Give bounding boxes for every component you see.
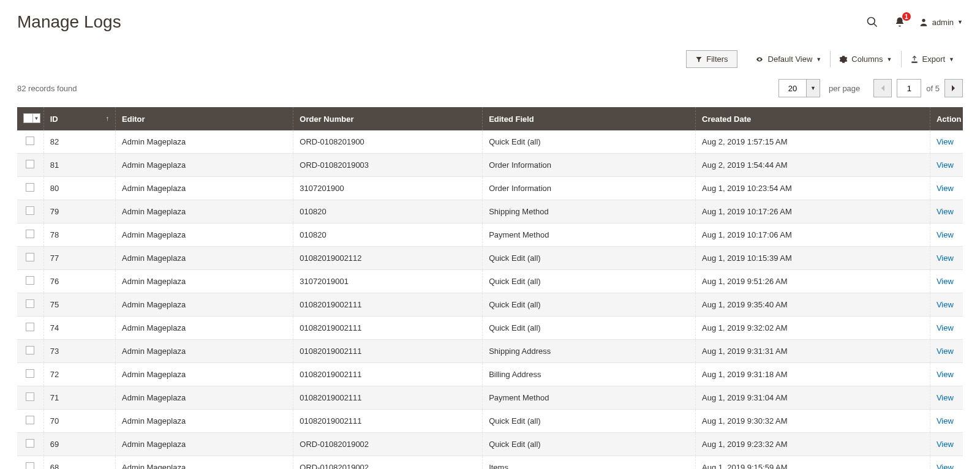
export-label: Export [922,54,946,64]
funnel-icon [695,56,703,63]
columns-menu[interactable]: Columns ▼ [830,51,900,67]
svg-rect-3 [911,61,917,62]
cell-editor: Admin Mageplaza [116,456,293,470]
columns-label: Columns [851,54,883,64]
user-icon [919,17,929,27]
cell-order: 3107201900 [293,177,483,200]
svg-point-2 [922,19,925,22]
col-header-field[interactable]: Edited Field [483,107,696,130]
cell-date: Aug 2, 2019 1:57:15 AM [696,130,930,154]
table-row: 79Admin Mageplaza010820Shipping MethodAu… [17,200,963,223]
view-link[interactable]: View [937,184,954,193]
cell-field: Quick Edit (all) [483,317,696,340]
cell-order: ORD-01082019002 [293,433,483,456]
row-checkbox[interactable] [26,276,34,285]
notifications-icon[interactable]: 1 [892,14,908,30]
cell-date: Aug 1, 2019 9:31:18 AM [696,363,930,386]
view-link[interactable]: View [937,440,954,449]
view-link[interactable]: View [937,160,954,170]
cell-order: 01082019002111 [293,363,483,386]
chevron-right-icon [951,84,956,92]
cell-date: Aug 1, 2019 9:31:31 AM [696,340,930,363]
col-header-order[interactable]: Order Number [293,107,483,130]
cell-id: 82 [43,130,115,154]
chevron-left-icon [880,84,885,92]
cell-date: Aug 2, 2019 1:54:44 AM [696,154,930,177]
filters-button[interactable]: Filters [686,50,737,68]
export-menu[interactable]: Export ▼ [901,51,963,67]
row-checkbox[interactable] [26,160,34,168]
row-checkbox[interactable] [26,206,34,215]
records-found: 82 records found [17,84,77,93]
cell-id: 68 [43,456,115,470]
per-page-select[interactable]: ▼ [778,79,820,97]
cell-field: Quick Edit (all) [483,433,696,456]
row-checkbox[interactable] [26,183,34,192]
view-link[interactable]: View [937,416,954,426]
current-page-input[interactable] [897,79,921,97]
cell-date: Aug 1, 2019 10:23:54 AM [696,177,930,200]
row-checkbox[interactable] [26,230,34,238]
default-view-menu[interactable]: Default View ▼ [746,51,831,67]
view-link[interactable]: View [937,300,954,309]
col-header-editor[interactable]: Editor [116,107,293,130]
view-link[interactable]: View [937,253,954,263]
col-header-id[interactable]: ID ↑ [43,107,115,130]
cell-id: 69 [43,433,115,456]
row-checkbox[interactable] [26,137,34,145]
per-page-input[interactable] [779,80,806,97]
cell-order: 01082019002111 [293,293,483,317]
view-link[interactable]: View [937,277,954,286]
eye-icon [755,56,764,63]
table-row: 80Admin Mageplaza3107201900Order Informa… [17,177,963,200]
cell-editor: Admin Mageplaza [116,223,293,247]
view-link[interactable]: View [937,463,954,469]
svg-line-1 [873,24,876,27]
per-page-dropdown[interactable]: ▼ [806,80,820,97]
filters-label: Filters [706,54,728,64]
cell-editor: Admin Mageplaza [116,317,293,340]
select-all-checkbox[interactable]: ▼ [23,113,40,123]
view-link[interactable]: View [937,137,954,146]
row-checkbox[interactable] [26,299,34,308]
row-checkbox[interactable] [26,392,34,401]
row-checkbox[interactable] [26,323,34,331]
row-checkbox[interactable] [26,369,34,378]
cell-editor: Admin Mageplaza [116,130,293,154]
cell-date: Aug 1, 2019 9:32:02 AM [696,317,930,340]
col-header-select[interactable]: ▼ [17,107,43,130]
view-link[interactable]: View [937,323,954,332]
cell-id: 71 [43,386,115,410]
col-header-date[interactable]: Created Date [696,107,930,130]
cell-field: Quick Edit (all) [483,270,696,293]
table-row: 73Admin Mageplaza01082019002111Shipping … [17,340,963,363]
view-link[interactable]: View [937,393,954,402]
row-checkbox[interactable] [26,416,34,424]
row-checkbox[interactable] [26,253,34,261]
row-checkbox[interactable] [26,462,34,469]
next-page-button[interactable] [944,79,963,97]
prev-page-button[interactable] [873,79,892,97]
notifications-badge: 1 [902,12,911,21]
cell-editor: Admin Mageplaza [116,154,293,177]
cell-date: Aug 1, 2019 9:35:40 AM [696,293,930,317]
row-checkbox[interactable] [26,439,34,448]
cell-field: Shipping Method [483,200,696,223]
cell-id: 78 [43,223,115,247]
view-link[interactable]: View [937,207,954,216]
search-icon[interactable] [864,13,881,31]
view-link[interactable]: View [937,230,954,239]
col-header-action: Action [930,107,963,130]
cell-order: 010820 [293,200,483,223]
user-menu[interactable]: admin ▼ [919,17,963,27]
cell-date: Aug 1, 2019 9:15:59 AM [696,456,930,470]
chevron-down-icon: ▼ [816,56,821,62]
view-link[interactable]: View [937,347,954,356]
cell-editor: Admin Mageplaza [116,293,293,317]
cell-order: ORD-0108201900 [293,130,483,154]
row-checkbox[interactable] [26,346,34,355]
view-link[interactable]: View [937,370,954,379]
cell-field: Payment Method [483,223,696,247]
page-title: Manage Logs [17,12,121,32]
cell-field: Shipping Address [483,340,696,363]
